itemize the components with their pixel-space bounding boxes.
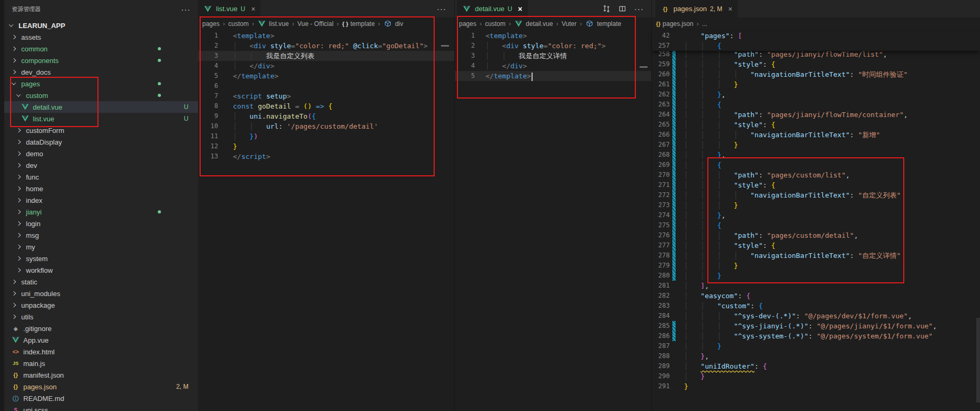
code-line: 12} bbox=[198, 141, 454, 151]
code-editor-detail-vue[interactable]: 1<template>2│ <div style="color: red;">3… bbox=[455, 31, 652, 81]
code-line: 7<script setup> bbox=[198, 91, 454, 101]
gutter bbox=[672, 281, 676, 291]
split-editor-icon[interactable] bbox=[618, 5, 626, 13]
tab-git-badge: U bbox=[508, 5, 513, 13]
line-number: 5 bbox=[455, 71, 475, 81]
close-icon[interactable]: × bbox=[518, 5, 522, 13]
tree-item-my[interactable]: my bbox=[4, 241, 198, 253]
gutter bbox=[672, 381, 676, 391]
tree-item-pages.json[interactable]: {}pages.json2, M bbox=[4, 381, 198, 392]
tree-item-common[interactable]: common bbox=[4, 43, 198, 55]
tree-item-msg[interactable]: msg bbox=[4, 229, 198, 241]
git-modified-gutter bbox=[672, 160, 676, 170]
breadcrumb-item[interactable]: Vue - Official bbox=[298, 20, 334, 28]
breadcrumb-item[interactable]: pages bbox=[459, 20, 476, 28]
tree-item-assets[interactable]: assets bbox=[4, 31, 198, 43]
tree-item-dev_docs[interactable]: dev_docs bbox=[4, 66, 198, 78]
code-line: 9│ uni.navigateTo({ bbox=[198, 111, 454, 121]
more-actions-icon[interactable]: ··· bbox=[437, 4, 446, 13]
code-line: 8const goDetail = () => { bbox=[198, 101, 454, 111]
git-modified-gutter bbox=[672, 170, 676, 180]
breadcrumb[interactable]: {}pages.json›... bbox=[652, 17, 980, 30]
vue-icon bbox=[21, 115, 29, 122]
json-braces-icon: {} bbox=[656, 21, 661, 27]
line-number: 6 bbox=[198, 81, 218, 91]
tree-item-App.vue[interactable]: App.vue bbox=[4, 334, 198, 346]
code-line: 289│ "uniIdRouter": { bbox=[652, 361, 980, 371]
tree-item-unpackage[interactable]: unpackage bbox=[4, 299, 198, 311]
tree-item-uni.scss[interactable]: Suni.scss bbox=[4, 404, 198, 411]
breadcrumb-item[interactable]: ... bbox=[702, 20, 707, 28]
tree-item-uni_modules[interactable]: uni_modules bbox=[4, 288, 198, 299]
tree-item-demo[interactable]: demo bbox=[4, 148, 198, 159]
tree-item-label: my bbox=[26, 243, 35, 251]
breadcrumb[interactable]: pages›custom›detail.vue›Vuter›template bbox=[455, 17, 652, 30]
explorer-more-actions-icon[interactable]: ··· bbox=[181, 5, 191, 14]
line-number: 267 bbox=[652, 140, 670, 150]
tree-item-func[interactable]: func bbox=[4, 171, 198, 183]
tree-item-index[interactable]: index bbox=[4, 194, 198, 206]
close-icon[interactable]: × bbox=[251, 5, 255, 13]
code-line: 281│ ], bbox=[652, 281, 980, 291]
tree-item-workflow[interactable]: workflow bbox=[4, 264, 198, 276]
breadcrumb-separator: › bbox=[480, 20, 482, 28]
close-icon[interactable]: × bbox=[728, 5, 732, 13]
gutter bbox=[672, 291, 676, 301]
breadcrumb-item[interactable]: div bbox=[383, 20, 403, 28]
breadcrumb-item[interactable]: template bbox=[585, 20, 621, 28]
line-number: 2 bbox=[198, 41, 218, 51]
sass-icon: S bbox=[12, 407, 20, 411]
code-editor-pages-json[interactable]: 258│ │ │ "path": "pages/jianyi/flowTime/… bbox=[652, 49, 980, 391]
tree-item-utils[interactable]: utils bbox=[4, 311, 198, 323]
breadcrumb-item[interactable]: custom bbox=[228, 20, 249, 28]
breadcrumb-item[interactable]: { }template bbox=[342, 20, 375, 28]
tree-item-detail.vue[interactable]: detail.vueU bbox=[4, 101, 198, 113]
line-number: 284 bbox=[652, 311, 670, 321]
tree-item-jianyi[interactable]: jianyi bbox=[4, 206, 198, 218]
tree-item-dataDisplay[interactable]: dataDisplay bbox=[4, 136, 198, 148]
tree-item-README.md[interactable]: README.md bbox=[4, 392, 198, 404]
compare-changes-icon[interactable] bbox=[603, 5, 610, 13]
tree-item-index.html[interactable]: <>index.html bbox=[4, 346, 198, 358]
tree-item-dev[interactable]: dev bbox=[4, 159, 198, 171]
line-number: 4 bbox=[198, 61, 218, 71]
breadcrumb-item[interactable]: detail.vue bbox=[514, 20, 553, 28]
tree-item-.gitignore[interactable]: ◆.gitignore bbox=[4, 323, 198, 334]
tree-item-root[interactable]: LEARUN_APP bbox=[4, 20, 198, 31]
tree-item-pages[interactable]: pages bbox=[4, 78, 198, 90]
tree-item-manifest.json[interactable]: {}manifest.json bbox=[4, 369, 198, 381]
tree-item-static[interactable]: static bbox=[4, 276, 198, 288]
tab-pages.json[interactable]: {}pages.json2, M× bbox=[655, 0, 738, 17]
tree-item-list.vue[interactable]: list.vueU bbox=[4, 113, 198, 124]
code-editor-list-vue[interactable]: 1<template>2│ <div style="color: red;" @… bbox=[198, 31, 454, 162]
breadcrumb-item[interactable]: custom bbox=[485, 20, 506, 28]
breadcrumb[interactable]: pages›custom›list.vue›Vue - Official›{ }… bbox=[198, 17, 454, 30]
breadcrumb-item[interactable]: {}pages.json bbox=[656, 20, 694, 28]
tree-item-login[interactable]: login bbox=[4, 218, 198, 229]
file-tree[interactable]: LEARUN_APPassetscommoncomponentsdev_docs… bbox=[4, 20, 198, 411]
tree-item-label: func bbox=[26, 173, 39, 181]
line-number: 288 bbox=[652, 351, 670, 361]
tree-item-components[interactable]: components bbox=[4, 55, 198, 66]
tab-detail.vue[interactable]: detail.vueU× bbox=[457, 0, 528, 17]
tree-item-customForm[interactable]: customForm bbox=[4, 124, 198, 136]
line-number: 283 bbox=[652, 301, 670, 311]
tree-item-label: customForm bbox=[26, 127, 64, 135]
tab-list.vue[interactable]: list.vueU× bbox=[198, 0, 260, 17]
tree-item-main.js[interactable]: JSmain.js bbox=[4, 358, 198, 369]
explorer-sidebar: 资源管理器 ··· LEARUN_APPassetscommoncomponen… bbox=[4, 0, 198, 411]
git-modified-gutter bbox=[672, 100, 676, 110]
chevron-right-icon bbox=[16, 198, 21, 202]
tree-item-home[interactable]: home bbox=[4, 183, 198, 194]
code-line: 286│ │ │ "^sys-system-(.*)": "@/pages/sy… bbox=[652, 331, 980, 341]
git-modified-gutter bbox=[672, 120, 676, 130]
scrollbar[interactable] bbox=[976, 318, 980, 403]
tree-item-label: list.vue bbox=[33, 115, 54, 123]
more-actions-icon[interactable]: ··· bbox=[634, 4, 644, 13]
tree-item-custom[interactable]: custom bbox=[4, 90, 198, 101]
breadcrumb-separator: › bbox=[292, 20, 294, 28]
breadcrumb-item[interactable]: Vuter bbox=[562, 20, 577, 28]
breadcrumb-item[interactable]: list.vue bbox=[257, 20, 289, 28]
breadcrumb-item[interactable]: pages bbox=[202, 20, 220, 28]
tree-item-system[interactable]: system bbox=[4, 253, 198, 264]
